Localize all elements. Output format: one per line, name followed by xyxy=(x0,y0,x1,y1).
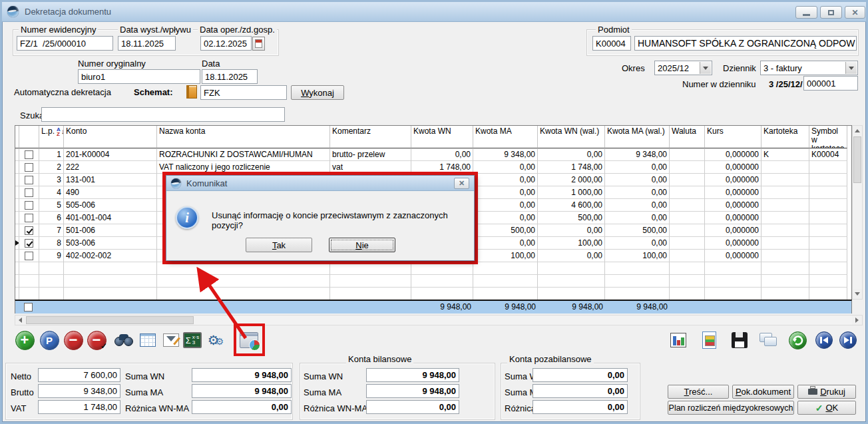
cell-konto[interactable]: 201-K00004 xyxy=(64,148,157,161)
cell-kwota-wn-wal[interactable]: 0,00 xyxy=(538,224,605,237)
cell-lp[interactable]: 7 xyxy=(39,224,64,237)
cell-lp[interactable]: 3 xyxy=(39,174,64,186)
cell-waluta[interactable] xyxy=(670,161,705,174)
column-header-kwota-ma-wal[interactable]: Kwota MA (wal.) xyxy=(605,126,670,148)
cell-lp[interactable]: 4 xyxy=(39,186,64,199)
row-checkbox[interactable] xyxy=(25,176,33,184)
cell-lp[interactable]: 5 xyxy=(39,199,64,212)
cell-kurs[interactable]: 0,000000 xyxy=(705,148,761,161)
find-in-table-button[interactable] xyxy=(136,328,159,352)
cell-kurs[interactable]: 0,000000 xyxy=(705,161,761,174)
sum-row-checkbox[interactable] xyxy=(24,303,33,312)
cell-kurs[interactable]: 0,000000 xyxy=(705,224,761,237)
cell-kwota-ma-wal[interactable]: 0,00 xyxy=(605,161,670,174)
filter-edit-button[interactable] xyxy=(160,328,182,352)
row-checkbox[interactable] xyxy=(25,188,33,197)
cell-kwota-ma-wal[interactable]: 100,00 xyxy=(605,250,670,262)
szukaj-input[interactable] xyxy=(41,107,285,122)
data-operacji-field[interactable]: 02.12.2025 xyxy=(200,36,252,51)
dziennik-select[interactable]: 3 - faktury xyxy=(760,61,858,75)
row-checkbox-cell[interactable] xyxy=(19,250,39,262)
ok-button[interactable]: ✓ OK xyxy=(797,401,856,415)
cell-kwota-ma-wal[interactable]: 9 348,00 xyxy=(605,148,670,161)
cell-kwota-ma-wal[interactable]: 500,00 xyxy=(605,224,670,237)
close-button[interactable]: ✕ xyxy=(845,6,865,19)
cell-konto[interactable]: 503-006 xyxy=(64,237,157,250)
scroll-up-button[interactable] xyxy=(853,126,862,136)
column-header-symbol[interactable]: Symbol w kartotece xyxy=(809,126,847,148)
cell-symbol[interactable] xyxy=(809,237,847,250)
okres-select[interactable]: 2025/12 xyxy=(654,61,712,75)
column-header-komentarz[interactable]: Komentarz xyxy=(330,126,411,148)
add-button[interactable]: + xyxy=(13,328,36,352)
find-button[interactable] xyxy=(112,328,135,352)
row-checkbox-cell[interactable] xyxy=(19,237,39,250)
cell-kwota-ma[interactable]: 0,00 xyxy=(473,199,538,212)
last-record-button[interactable] xyxy=(837,328,859,352)
cell-waluta[interactable] xyxy=(670,199,705,212)
column-header-nazwa[interactable]: Nazwa konta xyxy=(157,126,330,148)
cell-kwota-ma-wal[interactable]: 0,00 xyxy=(605,212,670,224)
horizontal-scrollbar[interactable] xyxy=(15,315,863,325)
cell-kartoteka[interactable] xyxy=(761,174,809,186)
cell-symbol[interactable] xyxy=(809,174,847,186)
plan-rozliczen-button[interactable]: Plan rozliczeń międzyokresowych xyxy=(668,401,794,415)
cell-kwota-wn-wal[interactable]: 0,00 xyxy=(538,148,605,161)
cell-kwota-wn-wal[interactable]: 0,00 xyxy=(538,250,605,262)
cell-konto[interactable]: 490 xyxy=(64,186,157,199)
cell-kwota-ma[interactable]: 9 348,00 xyxy=(473,148,538,161)
cell-kwota-wn-wal[interactable]: 1 000,00 xyxy=(538,186,605,199)
cell-lp[interactable]: 1 xyxy=(39,148,64,161)
cell-kwota-wn-wal[interactable]: 500,00 xyxy=(538,212,605,224)
cell-kartoteka[interactable] xyxy=(761,199,809,212)
cell-symbol[interactable] xyxy=(809,199,847,212)
cell-kwota-wn-wal[interactable]: 1 748,00 xyxy=(538,161,605,174)
cell-kwota-ma[interactable]: 0,00 xyxy=(473,161,538,174)
cell-symbol[interactable] xyxy=(809,250,847,262)
cell-kartoteka[interactable] xyxy=(761,224,809,237)
column-header-kurs[interactable]: Kurs xyxy=(705,126,761,148)
data-wystawienia-field[interactable]: 18.11.2025 xyxy=(118,36,176,51)
calendar-button[interactable] xyxy=(252,37,265,51)
row-checkbox-cell[interactable] xyxy=(19,212,39,224)
export-button[interactable] xyxy=(698,328,720,352)
cell-lp[interactable]: 6 xyxy=(39,212,64,224)
column-header-lp[interactable]: L.p.AZ↓ xyxy=(39,126,64,148)
data-field[interactable]: 18.11.2025 xyxy=(202,69,258,84)
cell-kurs[interactable]: 0,000000 xyxy=(705,250,761,262)
column-header-konto[interactable]: Konto xyxy=(64,126,157,148)
drukuj-button[interactable]: Drukuj xyxy=(797,385,856,399)
cell-nazwa[interactable]: ROZRACHUNKI Z DOSTAWCAMI/HUMAN xyxy=(157,148,330,161)
dziennik-dropdown-button[interactable] xyxy=(845,62,857,74)
row-checkbox-checked[interactable] xyxy=(25,239,33,248)
row-checkbox-cell[interactable] xyxy=(19,174,39,186)
cell-waluta[interactable] xyxy=(670,186,705,199)
row-checkbox[interactable] xyxy=(25,201,33,210)
scroll-left-button[interactable] xyxy=(15,316,25,325)
okres-dropdown-button[interactable] xyxy=(700,62,711,74)
cell-kurs[interactable]: 0,000000 xyxy=(705,237,761,250)
cell-waluta[interactable] xyxy=(670,224,705,237)
cell-waluta[interactable] xyxy=(670,174,705,186)
dialog-close-button[interactable]: ✕ xyxy=(454,178,469,189)
cell-kwota-wn[interactable]: 0,00 xyxy=(411,148,473,161)
maximize-button[interactable] xyxy=(820,6,842,19)
chart-button[interactable] xyxy=(667,328,690,352)
tresc-button[interactable]: Treść... xyxy=(668,385,729,399)
cell-symbol[interactable] xyxy=(809,212,847,224)
cell-kwota-wn-wal[interactable]: 100,00 xyxy=(538,237,605,250)
cell-kwota-ma[interactable]: 500,00 xyxy=(473,224,538,237)
row-checkbox-checked[interactable] xyxy=(25,226,33,235)
cell-komentarz[interactable]: brutto- przelew xyxy=(330,148,411,161)
scroll-right-button[interactable] xyxy=(852,316,862,325)
column-header-kartoteka[interactable]: Kartoteka xyxy=(761,126,809,148)
row-checkbox-cell[interactable] xyxy=(19,161,39,174)
row-checkbox-cell[interactable] xyxy=(19,224,39,237)
podmiot-kod-field[interactable]: K00004 xyxy=(592,36,631,51)
cell-waluta[interactable] xyxy=(670,148,705,161)
cell-kwota-ma[interactable]: 100,00 xyxy=(473,250,538,262)
cell-waluta[interactable] xyxy=(670,212,705,224)
row-checkbox[interactable] xyxy=(25,252,33,260)
pok-dokument-button[interactable]: Pok.dokument xyxy=(732,385,794,399)
numer-oryginalny-field[interactable]: biuro1 xyxy=(78,69,200,84)
